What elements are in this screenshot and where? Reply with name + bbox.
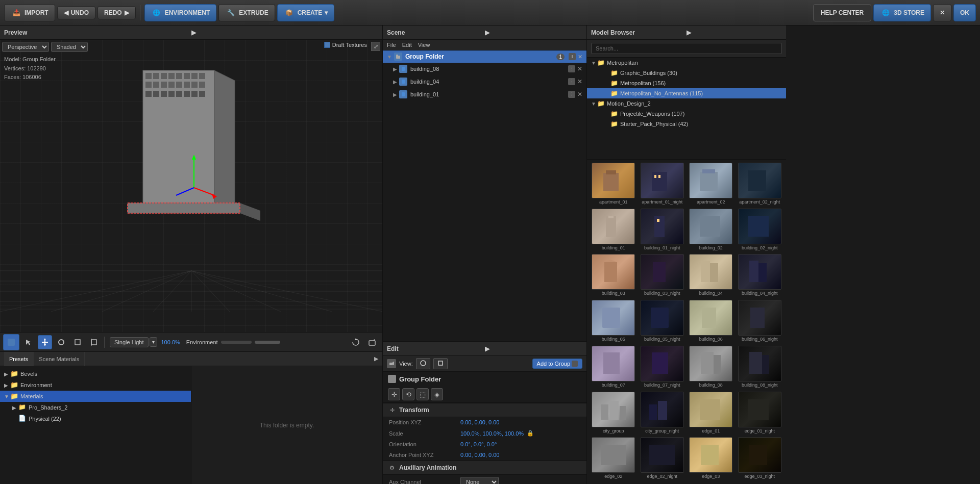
create-button[interactable]: 📦 CREATE ▾	[277, 4, 334, 21]
zoom-level[interactable]: 100.0%	[161, 339, 180, 345]
model-item-building08[interactable]: building_08	[688, 346, 734, 390]
model-browser-expand-icon[interactable]: ▶	[687, 29, 782, 36]
presets-tab[interactable]: Presets	[4, 352, 34, 366]
ortho-view-btn[interactable]	[433, 358, 448, 369]
mt-metropolitan-sub[interactable]: 📁 Metropolitan (156)	[587, 78, 786, 88]
model-item-building02[interactable]: building_02	[688, 209, 734, 252]
model-item-edge02night[interactable]: edge_02_night	[639, 437, 686, 481]
mt-metropolitan[interactable]: ▼ 📁 Metropolitan	[587, 58, 786, 68]
model-item-edge03night[interactable]: edge_03_night	[737, 437, 783, 481]
rotate-tool[interactable]	[54, 335, 68, 349]
model-item-citygroup[interactable]: city_group	[590, 392, 637, 436]
store-3d-button[interactable]: 🌐 3D STORE	[873, 4, 931, 21]
aux-channel-select[interactable]: None	[460, 477, 499, 484]
draft-textures-checkbox[interactable]	[324, 42, 330, 48]
arrow-tool[interactable]	[21, 335, 36, 349]
mt-metropolitan-no-antennas[interactable]: 📁 Metropolitan_No_Antennas (115)	[587, 88, 786, 98]
scene-group-folder[interactable]: ▼ Group Folder 1 ✕	[383, 50, 586, 63]
move-tool[interactable]	[38, 335, 52, 349]
environment-label[interactable]: Environment	[186, 339, 218, 345]
viewport[interactable]: Perspective Shaded Draft Textures ⤢ Mode…	[0, 40, 382, 332]
tree-item-proshaders[interactable]: ▶ 📁 Pro_Shaders_2	[0, 402, 191, 413]
scale-value[interactable]: 100.0%, 100.0%, 100.0%	[460, 430, 524, 437]
import-button[interactable]: 📥 IMPORT	[4, 4, 55, 21]
folder-options-icon[interactable]	[569, 53, 576, 60]
crop-tool[interactable]	[87, 335, 101, 349]
model-item-building07[interactable]: building_07	[590, 346, 637, 390]
tree-item-materials[interactable]: ▼ 📁 Materials	[0, 391, 191, 402]
undo-button[interactable]: ◀ UNDO	[57, 6, 95, 19]
model-item-citygroupnight[interactable]: city_group_night	[639, 392, 686, 436]
model-item-building01night[interactable]: building_01_night	[639, 209, 686, 252]
extrude-button[interactable]: 🔧 EXTRUDE	[218, 4, 275, 21]
shade-mode-select[interactable]: Shaded	[51, 42, 88, 52]
scene-materials-tab[interactable]: Scene Materials	[34, 352, 85, 366]
model-item-edge01night[interactable]: edge_01_night	[737, 392, 783, 436]
building01-options[interactable]: ⋮	[568, 91, 575, 98]
model-item-apartment02[interactable]: apartment_02	[688, 163, 734, 207]
tree-item-physical[interactable]: 📄 Physical (22)	[0, 413, 191, 424]
building01-close-icon[interactable]: ✕	[577, 91, 582, 98]
scene-edit-menu[interactable]: Edit	[402, 42, 412, 48]
model-item-building04night[interactable]: building_04_night	[737, 254, 783, 298]
perspective-view-btn[interactable]	[416, 358, 430, 369]
anchor-value[interactable]: 0.00, 0.00, 0.00	[460, 452, 499, 458]
scene-file-menu[interactable]: File	[387, 42, 396, 48]
model-item-building02night[interactable]: building_02_night	[737, 209, 783, 252]
edit-scale-tool[interactable]: ⬚	[416, 388, 429, 400]
refresh-tool[interactable]	[349, 335, 363, 349]
model-item-edge01[interactable]: edge_01	[688, 392, 734, 436]
model-item-building03[interactable]: building_03	[590, 254, 637, 298]
building08-options[interactable]: ⋮	[568, 65, 575, 72]
mt-projectile-weapons[interactable]: 📁 Projectile_Weapons (107)	[587, 109, 786, 119]
help-center-button[interactable]: HELP CENTER	[813, 4, 871, 21]
edit-expand-icon[interactable]: ▶	[485, 345, 583, 352]
scale-tool[interactable]	[70, 335, 85, 349]
edit-rotate-tool[interactable]: ⟲	[402, 388, 414, 400]
select-tool[interactable]	[3, 334, 19, 350]
scene-item-building01[interactable]: ▶ building_01 ⋮ ✕	[383, 88, 586, 101]
ok-button[interactable]: OK	[953, 4, 976, 21]
aux-animation-section-header[interactable]: ⚙ Auxiliary Animation	[383, 461, 586, 475]
model-item-apartment01[interactable]: apartment_01	[590, 163, 637, 207]
model-item-edge03[interactable]: edge_03	[688, 437, 734, 481]
model-item-building07night[interactable]: building_07_night	[639, 346, 686, 390]
model-item-building05night[interactable]: building_05_night	[639, 300, 686, 344]
redo-button[interactable]: REDO ▶	[97, 6, 136, 19]
mt-starter-pack[interactable]: 📁 Starter_Pack_Physical (42)	[587, 119, 786, 129]
group-folder-close-icon[interactable]: ✕	[578, 54, 582, 60]
scale-lock-icon[interactable]: 🔒	[527, 430, 534, 437]
environment-bar[interactable]	[221, 341, 252, 344]
close-window-button[interactable]: ✕	[933, 4, 951, 21]
orientation-value[interactable]: 0.0°, 0.0°, 0.0°	[460, 441, 497, 447]
scene-expand-icon[interactable]: ▶	[485, 29, 583, 36]
model-item-building05[interactable]: building_05	[590, 300, 637, 344]
scene-item-building04[interactable]: ▶ building_04 ⋮ ✕	[383, 75, 586, 88]
tree-item-environment[interactable]: ▶ 📁 Environment	[0, 379, 191, 391]
mt-motion-design[interactable]: ▼ 📁 Motion_Design_2	[587, 98, 786, 109]
preview-expand-icon[interactable]: ▶	[191, 29, 379, 36]
edit-anchor-tool[interactable]: ◈	[431, 388, 443, 400]
env-slider[interactable]	[255, 341, 280, 344]
building08-close-icon[interactable]: ✕	[577, 65, 582, 72]
position-value[interactable]: 0.00, 0.00, 0.00	[460, 419, 499, 425]
mt-graphic-buildings[interactable]: 📁 Graphic_Buildings (30)	[587, 68, 786, 78]
model-search-input[interactable]	[591, 43, 782, 54]
building04-options[interactable]: ⋮	[568, 78, 575, 85]
model-item-building04[interactable]: building_04	[688, 254, 734, 298]
view-mode-select[interactable]: Perspective	[2, 42, 49, 52]
light-mode-arrow[interactable]: ▾	[150, 337, 157, 347]
scene-item-building08[interactable]: ▶ building_08 ⋮ ✕	[383, 63, 586, 75]
building04-close-icon[interactable]: ✕	[577, 78, 582, 85]
model-item-building08night[interactable]: building_08_night	[737, 346, 783, 390]
light-mode-button[interactable]: Single Light	[110, 337, 149, 347]
model-item-building06[interactable]: building_06	[688, 300, 734, 344]
transform-section-header[interactable]: ✛ Transform	[383, 403, 586, 417]
tree-item-bevels[interactable]: ▶ 📁 Bevels	[0, 368, 191, 379]
viewport-expand-button[interactable]: ⤢	[371, 42, 380, 51]
model-item-apartment02night[interactable]: apartment_02_night	[737, 163, 783, 207]
environment-button[interactable]: 🌐 ENVIRONMENT	[144, 4, 217, 21]
camera-tool[interactable]	[365, 335, 379, 349]
presets-panel-expand[interactable]: ▶	[374, 355, 378, 362]
model-item-edge02[interactable]: edge_02	[590, 437, 637, 481]
